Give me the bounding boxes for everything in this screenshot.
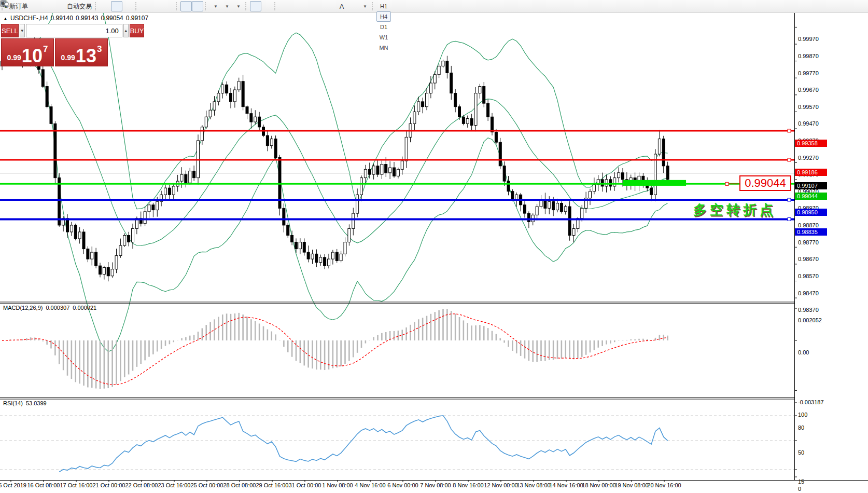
chat-button[interactable] xyxy=(852,1,864,11)
autotrading-button[interactable]: 自动交易 xyxy=(64,1,93,11)
tile-windows-button[interactable] xyxy=(163,1,174,11)
bars-chart-button[interactable] xyxy=(100,1,111,11)
toolbar: 新订单 自动交易 ▼ ▼ xyxy=(0,0,868,13)
toolbar-grip[interactable] xyxy=(372,2,374,10)
fibonacci-button[interactable]: F xyxy=(325,1,336,11)
chart-canvas[interactable] xyxy=(0,12,868,493)
pivot-note-text[interactable]: 多空转折点 xyxy=(693,201,776,219)
ohlc-close: 0.99107 xyxy=(126,15,148,22)
zone-rect-object[interactable] xyxy=(623,180,686,186)
symbol-info-line: ▲USDCHF-,H40.991400.991430.990540.99107 xyxy=(3,15,151,22)
trendline-button[interactable] xyxy=(302,1,313,11)
text-label-button[interactable]: T xyxy=(347,1,359,11)
hline-anchor[interactable] xyxy=(788,129,791,132)
buy-price-sup: 3 xyxy=(97,44,102,54)
hline-anchor[interactable] xyxy=(788,158,791,161)
horizontal-line-button[interactable] xyxy=(290,1,302,11)
periods-button[interactable]: ▼ xyxy=(221,1,232,11)
auto-scroll-button[interactable] xyxy=(180,1,192,11)
indicators-button[interactable]: ▼ xyxy=(209,1,221,11)
buy-price-big: 13 xyxy=(76,48,96,64)
arrows-button[interactable]: ▼ xyxy=(359,1,370,11)
timeframe-group: M1M5M15M30H1H4D1W1MN xyxy=(376,0,391,53)
chart-area[interactable]: 0.993580.991860.991070.990440.989500.988… xyxy=(0,12,868,493)
symbol-title: USDCHF-,H4 xyxy=(10,15,48,22)
ohlc-high: 0.99143 xyxy=(76,15,98,22)
buy-button[interactable]: BUY xyxy=(130,24,145,37)
search-button[interactable] xyxy=(836,1,847,11)
timeframe-w1[interactable]: W1 xyxy=(376,32,391,43)
timeframe-h4[interactable]: H4 xyxy=(376,11,391,22)
sell-price-small: 0.99 xyxy=(7,53,21,62)
hline-anchor[interactable] xyxy=(788,218,791,221)
rsi-line xyxy=(59,416,667,472)
chevron-down-icon: ▼ xyxy=(225,4,229,9)
price-callout-label[interactable]: 0.99044 xyxy=(739,175,791,191)
chevron-down-icon: ▼ xyxy=(214,4,218,9)
line-chart-button[interactable] xyxy=(122,1,134,11)
one-click-trading-panel: SELL ▼ ▲ BUY 0.99 10 7 0.99 13 3 xyxy=(1,24,108,66)
zoom-in-button[interactable] xyxy=(140,1,151,11)
sell-price-sup: 7 xyxy=(43,44,48,54)
bollinger-band xyxy=(2,53,668,245)
chevron-down-icon: ▼ xyxy=(236,4,241,9)
new-order-button[interactable]: 新订单 xyxy=(6,1,30,11)
toolbar-grip[interactable] xyxy=(245,2,248,10)
macd-signal-line xyxy=(2,314,668,385)
terminal-button[interactable] xyxy=(41,1,52,11)
bollinger-band xyxy=(2,61,668,352)
volume-input[interactable] xyxy=(26,24,122,37)
toolbar-grip[interactable] xyxy=(274,2,277,10)
macd-label: MACD(12,26,9)0.0003070.000021 xyxy=(3,305,100,311)
macd-histogram xyxy=(2,309,668,389)
autotrading-label: 自动交易 xyxy=(67,2,92,11)
new-order-label: 新订单 xyxy=(9,2,28,11)
sell-price-big: 10 xyxy=(22,48,43,64)
candles-chart-button[interactable] xyxy=(111,1,122,11)
collapse-icon[interactable]: ▲ xyxy=(3,16,8,21)
toolbar-right xyxy=(836,1,864,11)
metaeditor-button[interactable] xyxy=(30,1,41,11)
toolbar-grip[interactable] xyxy=(176,2,178,10)
text-button[interactable]: A xyxy=(336,1,347,11)
timeframe-d1[interactable]: D1 xyxy=(376,22,391,32)
equidistant-channel-button[interactable]: E xyxy=(313,1,325,11)
volume-up-button[interactable]: ▲ xyxy=(123,24,129,37)
sell-button[interactable]: SELL xyxy=(1,24,19,37)
toolbar-grip[interactable] xyxy=(135,2,138,10)
buy-price-box[interactable]: 0.99 13 3 xyxy=(55,38,108,66)
toolbar-grip[interactable] xyxy=(205,2,207,10)
signals-button[interactable] xyxy=(52,1,64,11)
rsi-label: RSI(14)53.0399 xyxy=(3,400,50,406)
timeframe-mn[interactable]: MN xyxy=(376,43,391,53)
templates-button[interactable]: ▼ xyxy=(232,1,244,11)
volume-down-button[interactable]: ▼ xyxy=(20,24,25,37)
chart-shift-button[interactable] xyxy=(192,1,203,11)
vertical-line-button[interactable] xyxy=(279,1,290,11)
zoom-out-button[interactable] xyxy=(151,1,163,11)
hline-anchor[interactable] xyxy=(788,198,791,201)
crosshair-button[interactable] xyxy=(261,1,273,11)
timeframe-h1[interactable]: H1 xyxy=(376,1,391,11)
sell-price-box[interactable]: 0.99 10 7 xyxy=(1,38,54,66)
toolbar-grip[interactable] xyxy=(95,2,97,10)
cursor-button[interactable] xyxy=(250,1,261,11)
ohlc-open: 0.99140 xyxy=(51,15,73,22)
buy-price-small: 0.99 xyxy=(61,53,75,62)
ohlc-low: 0.99054 xyxy=(101,15,123,22)
text-icon: A xyxy=(340,3,344,10)
chevron-down-icon: ▼ xyxy=(363,4,367,9)
